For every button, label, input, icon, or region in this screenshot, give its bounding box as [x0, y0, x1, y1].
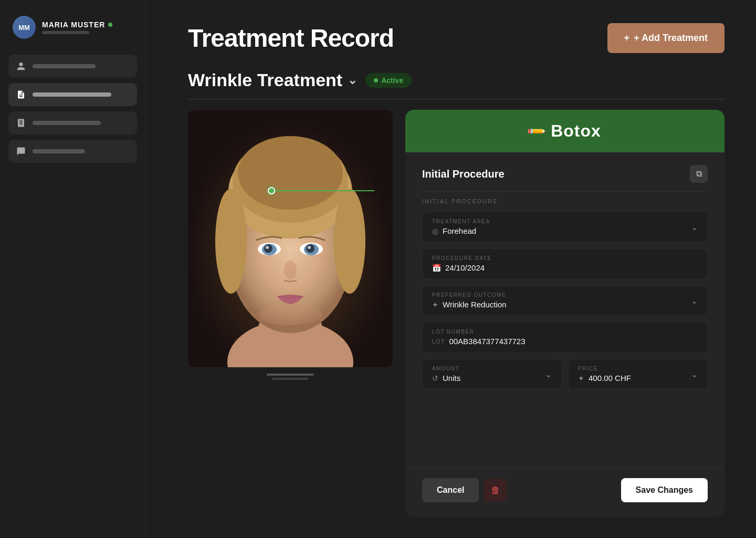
avatar: MM [13, 16, 36, 39]
price-content: PRICE ✦ 400.00 CHF [578, 366, 631, 382]
scroll-bar-2 [272, 378, 309, 380]
face-image-container [188, 110, 393, 367]
trash-icon: 🗑 [491, 485, 500, 496]
page-header: Treatment Record + + Add Treatment [188, 23, 724, 53]
treatment-name-dropdown[interactable]: Wrinkle Treatment ⌄ [188, 70, 357, 90]
panel-header: ✏️ Botox [405, 110, 724, 152]
preferred-outcome-dropdown[interactable]: PREFERRED OUTCOME ✦ Wrinkle Reduction ⌄ [422, 285, 708, 316]
lot-number-field: LOT NUMBER LOT 00AB3847377437723 [422, 322, 708, 353]
preferred-outcome-field: PREFERRED OUTCOME ✦ Wrinkle Reduction ⌄ [422, 285, 708, 316]
sidebar: MM MARIA MUSTER [0, 0, 146, 538]
treatment-point[interactable] [268, 187, 275, 194]
treatment-area-dropdown[interactable]: TREATMENT AREA ◎ Forehead ⌄ [422, 212, 708, 242]
user-info: MARIA MUSTER [42, 20, 112, 34]
add-treatment-label: + Add Treatment [634, 33, 708, 44]
svg-point-16 [308, 246, 311, 249]
svg-point-17 [284, 261, 297, 280]
delete-button[interactable]: 🗑 [484, 479, 507, 502]
chevron-down-icon: ⌄ [691, 369, 698, 379]
active-dot-icon [374, 78, 378, 82]
panel-body: Initial Procedure ⧉ INITIAL PROCEDURE TR… [405, 152, 724, 467]
panel-footer: Cancel 🗑 Save Changes [405, 467, 724, 517]
procedure-date-content: PROCEDURE DATE 📅 24/10/2024 [432, 255, 492, 272]
units-icon: ↺ [432, 374, 438, 382]
svg-point-7 [215, 189, 247, 294]
preferred-outcome-value: Wrinkle Reduction [443, 300, 506, 309]
panel-title: Botox [551, 121, 601, 141]
scroll-indicator [267, 374, 314, 380]
price-icon: ✦ [578, 374, 584, 382]
procedure-date-input[interactable]: PROCEDURE DATE 📅 24/10/2024 [422, 249, 708, 279]
treatment-panel: ✏️ Botox Initial Procedure ⧉ INITIAL PRO… [405, 110, 724, 517]
copy-button[interactable]: ⧉ [690, 165, 708, 183]
scroll-bar-1 [267, 374, 314, 376]
treatment-line [275, 190, 374, 191]
user-profile-row[interactable]: MM MARIA MUSTER [8, 11, 137, 49]
procedure-date-field: PROCEDURE DATE 📅 24/10/2024 [422, 249, 708, 279]
amount-label: AMOUNT [432, 366, 460, 371]
library-icon [16, 118, 26, 128]
procedure-date-value: 24/10/2024 [445, 263, 485, 272]
footer-left: Cancel 🗑 [422, 478, 615, 502]
cancel-button[interactable]: Cancel [422, 478, 479, 502]
svg-point-15 [266, 246, 269, 249]
preferred-outcome-content: PREFERRED OUTCOME ✦ Wrinkle Reduction [432, 292, 506, 309]
messages-nav-label [33, 149, 85, 153]
procedure-date-label: PROCEDURE DATE [432, 255, 492, 261]
calendar-icon: 📅 [432, 264, 441, 272]
price-dropdown[interactable]: PRICE ✦ 400.00 CHF ⌄ [568, 359, 708, 389]
records-icon [16, 89, 26, 100]
chevron-down-icon: ⌄ [691, 296, 698, 306]
preferred-outcome-label: PREFERRED OUTCOME [432, 292, 506, 298]
lot-prefix: LOT [432, 338, 445, 345]
status-badge: Active [365, 73, 412, 88]
profile-icon [16, 61, 26, 71]
treatment-label-row: Wrinkle Treatment ⌄ Active [188, 70, 724, 90]
records-nav-label [33, 92, 111, 97]
online-indicator [108, 23, 112, 27]
syringe-icon: ✏️ [526, 120, 548, 142]
chevron-down-icon: ⌄ [691, 222, 698, 232]
preferred-outcome-value-row: ✦ Wrinkle Reduction [432, 300, 506, 309]
amount-value: Units [443, 374, 460, 382]
copy-icon: ⧉ [696, 169, 702, 179]
chevron-down-icon: ⌄ [348, 74, 357, 87]
treatment-area-content: TREATMENT AREA ◎ Forehead [432, 219, 490, 235]
amount-content: AMOUNT ↺ Units [432, 366, 460, 382]
profile-nav-label [33, 64, 96, 68]
target-icon: ◎ [432, 227, 438, 235]
save-changes-button[interactable]: Save Changes [621, 478, 708, 502]
divider [188, 99, 724, 99]
svg-point-8 [334, 189, 365, 294]
lot-label-content: LOT NUMBER LOT 00AB3847377437723 [432, 329, 526, 346]
amount-price-row: AMOUNT ↺ Units ⌄ PRICE ✦ [422, 359, 708, 389]
footer-right: Save Changes [621, 478, 708, 502]
sidebar-item-profile[interactable] [8, 55, 137, 78]
messages-icon [16, 146, 26, 157]
svg-point-18 [259, 304, 322, 325]
procedure-date-value-row: 📅 24/10/2024 [432, 263, 492, 272]
sparkle-icon: ✦ [432, 301, 438, 309]
treatment-area-field: TREATMENT AREA ◎ Forehead ⌄ [422, 212, 708, 242]
svg-point-6 [238, 136, 343, 210]
price-label: PRICE [578, 366, 631, 371]
lot-number-value: 00AB3847377437723 [449, 337, 525, 346]
treatment-area-value: Forehead [443, 226, 476, 235]
amount-value-row: ↺ Units [432, 374, 460, 382]
sidebar-item-messages[interactable] [8, 140, 137, 163]
user-subtitle-bar [42, 31, 89, 34]
lot-number-input[interactable]: LOT NUMBER LOT 00AB3847377437723 [422, 322, 708, 353]
sidebar-item-records[interactable] [8, 83, 137, 106]
treatment-area-label: TREATMENT AREA [432, 219, 490, 224]
add-treatment-button[interactable]: + + Add Treatment [607, 23, 724, 53]
sidebar-item-library[interactable] [8, 111, 137, 134]
price-value-row: ✦ 400.00 CHF [578, 374, 631, 382]
page-title: Treatment Record [188, 24, 394, 53]
lot-number-label: LOT NUMBER [432, 329, 526, 335]
amount-dropdown[interactable]: AMOUNT ↺ Units ⌄ [422, 359, 562, 389]
content-area: ✏️ Botox Initial Procedure ⧉ INITIAL PRO… [188, 110, 724, 517]
face-photo [188, 110, 393, 367]
treatment-name-text: Wrinkle Treatment [188, 70, 342, 90]
treatment-area-value-row: ◎ Forehead [432, 226, 490, 235]
main-content: Treatment Record + + Add Treatment Wrink… [146, 0, 756, 538]
